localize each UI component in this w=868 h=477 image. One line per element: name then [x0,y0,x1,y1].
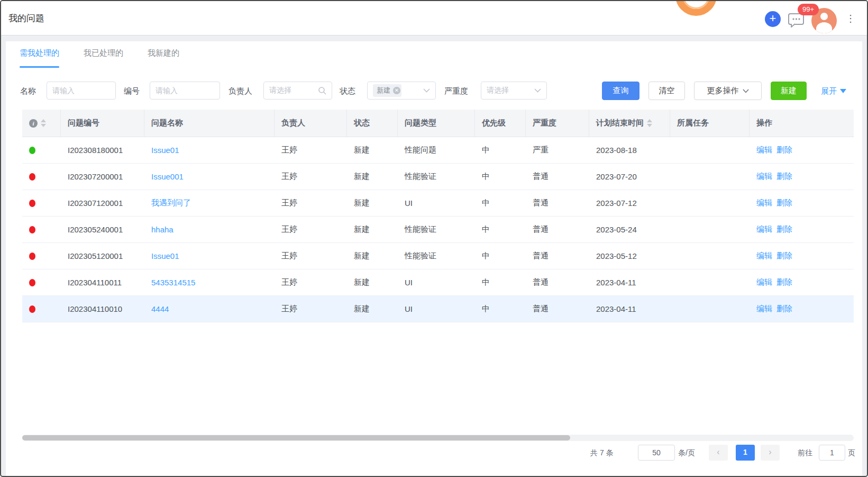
issue-name-link[interactable]: 4444 [151,304,169,313]
tab-0[interactable]: 需我处理的 [20,41,59,68]
goto-label: 前往 [798,445,812,461]
delete-link[interactable]: 删除 [776,304,792,314]
page-size-input[interactable] [638,445,674,460]
sort-icon[interactable] [647,119,652,127]
status-tag: 新建 ✕ [373,84,401,97]
goto-unit: 页 [848,445,855,461]
more-actions-button[interactable]: 更多操作 [694,82,762,100]
clear-button[interactable]: 清空 [648,82,685,100]
filter-bar: 名称 编号 负责人 请选择 状态 新建 ✕ [6,82,862,100]
edit-link[interactable]: 编辑 [756,224,772,235]
table-row[interactable]: I2023041100104444王婷新建UI中普通2023-04-11编辑删除 [22,296,854,322]
prev-page-button[interactable]: ‹ [709,445,728,461]
table-row[interactable]: I2023041100115435314515王婷新建UI中普通2023-04-… [22,269,854,296]
create-button[interactable]: 新建 [771,82,807,100]
page-size-input-wrap [638,445,675,461]
cell-type: 性能验证 [398,243,475,269]
edit-link[interactable]: 编辑 [756,277,772,287]
table-row[interactable]: I202307120001我遇到问了王婷新建UI中普通2023-07-12编辑删… [22,190,854,217]
logo-arc-icon [675,0,717,16]
cell-status-dot [22,243,61,269]
cell-priority: 中 [475,217,526,242]
tab-1[interactable]: 我已处理的 [84,41,123,68]
cell-task [670,164,750,190]
cell-severity: 严重 [526,137,589,163]
issue-name-link[interactable]: Issue01 [151,146,179,155]
horizontal-scrollbar [22,435,854,441]
severity-filter-select[interactable]: 请选择 [481,82,547,100]
add-button[interactable]: + [765,11,781,27]
tag-close-icon[interactable]: ✕ [393,87,400,94]
red-status-dot-icon [29,305,35,313]
cell-status-dot [22,296,61,322]
delete-link[interactable]: 删除 [776,145,792,155]
delete-link[interactable]: 删除 [776,172,792,182]
cell-owner: 王婷 [275,190,347,216]
cell-priority: 中 [475,164,526,190]
red-status-dot-icon [29,173,35,181]
edit-link[interactable]: 编辑 [756,251,772,261]
cell-type: UI [398,190,475,216]
cell-status: 新建 [347,190,398,216]
header-cell-severity: 严重度 [526,110,589,137]
issue-name-link[interactable]: 5435314515 [151,278,195,287]
code-filter-input[interactable] [156,86,214,95]
more-menu-icon[interactable]: ⋮ [845,12,856,25]
cell-ops: 编辑删除 [750,269,854,295]
cell-owner: 王婷 [275,164,347,190]
delete-link[interactable]: 删除 [776,198,792,208]
status-filter-select[interactable]: 新建 ✕ [367,82,436,100]
table-row[interactable]: I202305120001Issue01王婷新建性能验证中普通2023-05-1… [22,243,854,269]
issue-name-link[interactable]: Issue01 [151,251,179,260]
cell-end_date: 2023-08-18 [589,137,670,163]
content-card: 需我处理的我已处理的我新建的 名称 编号 负责人 请选择 状态 新建 [6,41,862,476]
edit-link[interactable]: 编辑 [756,198,772,208]
cell-priority: 中 [475,190,526,216]
edit-link[interactable]: 编辑 [756,304,772,314]
cell-end_date: 2023-05-12 [589,243,670,269]
cell-end_date: 2023-04-11 [589,269,670,295]
header-cell-id: 问题编号 [61,110,144,137]
cell-status-dot [22,164,61,190]
tabs: 需我处理的我已处理的我新建的 [20,41,179,68]
table-row[interactable]: I202307200001Issue001王婷新建性能验证中普通2023-07-… [22,164,854,190]
cell-id: I202308180001 [61,137,144,163]
issue-name-link[interactable]: hhaha [151,225,173,234]
cell-id: I202305120001 [61,243,144,269]
avatar-person-icon [820,13,828,20]
header-cell-type: 问题类型 [398,110,475,137]
cell-id: I202307120001 [61,190,144,216]
header-cell-priority: 优先级 [475,110,526,137]
expand-link[interactable]: 展开 [821,82,846,100]
info-icon[interactable]: i [29,119,38,128]
owner-filter-select[interactable]: 请选择 [263,82,332,100]
tab-2[interactable]: 我新建的 [148,41,179,68]
header-cell-name: 问题名称 [144,110,275,137]
cell-status-dot [22,217,61,242]
cell-status: 新建 [347,243,398,269]
table-row[interactable]: I202305240001hhaha王婷新建性能验证中普通2023-05-24编… [22,217,854,243]
table-row[interactable]: I202308180001Issue01王婷新建性能问题中严重2023-08-1… [22,137,854,164]
header-cell-end_date[interactable]: 计划结束时间 [589,110,670,137]
issue-name-link[interactable]: Issue001 [151,172,184,181]
next-page-button[interactable]: › [761,445,780,461]
issue-name-link[interactable]: 我遇到问了 [151,198,191,208]
cell-end_date: 2023-07-12 [589,190,670,216]
delete-link[interactable]: 删除 [776,224,792,235]
cell-severity: 普通 [526,190,589,216]
goto-page-input[interactable] [819,445,845,460]
page-number-1[interactable]: 1 [736,445,755,461]
name-filter-input-wrap [47,82,116,100]
edit-link[interactable]: 编辑 [756,172,772,182]
cell-severity: 普通 [526,243,589,269]
edit-link[interactable]: 编辑 [756,145,772,155]
cell-ops: 编辑删除 [750,190,854,216]
sort-icon[interactable] [41,119,46,127]
delete-link[interactable]: 删除 [776,251,792,261]
name-filter-input[interactable] [52,86,110,95]
cell-type: UI [398,269,475,295]
horizontal-scrollbar-thumb[interactable] [22,435,570,440]
delete-link[interactable]: 删除 [776,277,792,287]
cell-id: I202304110010 [61,296,144,322]
search-button[interactable]: 查询 [602,82,639,100]
